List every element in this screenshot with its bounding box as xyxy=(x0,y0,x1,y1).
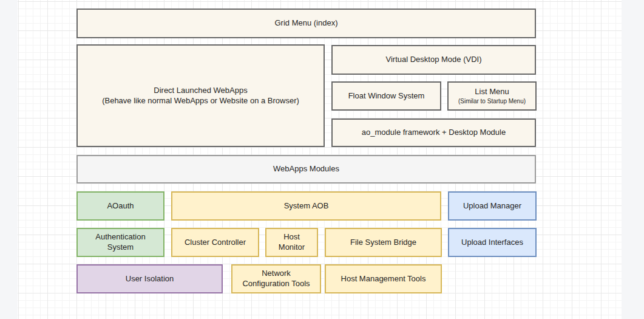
box-system-aob[interactable]: System AOB xyxy=(171,191,441,221)
box-upload-interfaces[interactable]: Upload Interfaces xyxy=(448,228,537,257)
box-label: ao_module framework + Desktop Module xyxy=(339,128,529,138)
box-label: User Isolation xyxy=(84,274,215,284)
box-list-menu[interactable]: List Menu (Similar to Startup Menu) xyxy=(447,81,537,111)
box-label: System AOB xyxy=(178,201,434,211)
box-user-isolation[interactable]: User Isolation xyxy=(76,264,223,293)
box-label: Host Monitor xyxy=(271,232,312,253)
box-label: Authentication System xyxy=(83,232,158,253)
box-label: List Menu xyxy=(455,87,529,97)
box-ao-module-framework[interactable]: ao_module framework + Desktop Module xyxy=(331,118,536,147)
box-aoauth[interactable]: AOauth xyxy=(76,191,164,221)
box-host-management-tools[interactable]: Host Management Tools xyxy=(325,264,442,293)
box-label: Direct Launched WebApps xyxy=(84,86,317,96)
box-sublabel: (Similar to Startup Menu) xyxy=(455,97,529,105)
box-label: Host Management Tools xyxy=(332,274,435,284)
box-label: Cluster Controller xyxy=(178,238,252,248)
box-grid-menu[interactable]: Grid Menu (index) xyxy=(76,9,536,38)
box-label: AOauth xyxy=(84,201,157,211)
box-webapps-modules[interactable]: WebApps Modules xyxy=(76,155,536,184)
box-direct-launched-webapps[interactable]: Direct Launched WebApps (Behave like nor… xyxy=(76,44,325,147)
box-label: Float Window System xyxy=(339,91,434,101)
box-host-monitor[interactable]: Host Monitor xyxy=(265,228,318,257)
box-label: File System Bridge xyxy=(332,238,435,248)
box-label: Upload Manager xyxy=(455,201,529,211)
box-sublabel: (Behave like normal WebApps or Website o… xyxy=(84,96,317,106)
box-label: Network Configuration Tools xyxy=(237,269,315,289)
box-float-window-system[interactable]: Float Window System xyxy=(331,81,441,111)
diagram-page: Grid Menu (index) Direct Launched WebApp… xyxy=(0,0,644,319)
box-label: Grid Menu (index) xyxy=(84,18,529,29)
box-virtual-desktop-mode[interactable]: Virtual Desktop Mode (VDI) xyxy=(331,45,536,75)
box-authentication-system[interactable]: Authentication System xyxy=(76,228,164,257)
box-label: WebApps Modules xyxy=(84,164,529,174)
box-upload-manager[interactable]: Upload Manager xyxy=(448,191,537,221)
box-label: Upload Interfaces xyxy=(455,238,529,248)
box-file-system-bridge[interactable]: File System Bridge xyxy=(325,228,442,257)
diagram-canvas: Grid Menu (index) Direct Launched WebApp… xyxy=(18,0,622,319)
box-network-configuration-tools[interactable]: Network Configuration Tools xyxy=(231,264,321,293)
box-cluster-controller[interactable]: Cluster Controller xyxy=(171,228,259,257)
box-label: Virtual Desktop Mode (VDI) xyxy=(339,55,529,65)
